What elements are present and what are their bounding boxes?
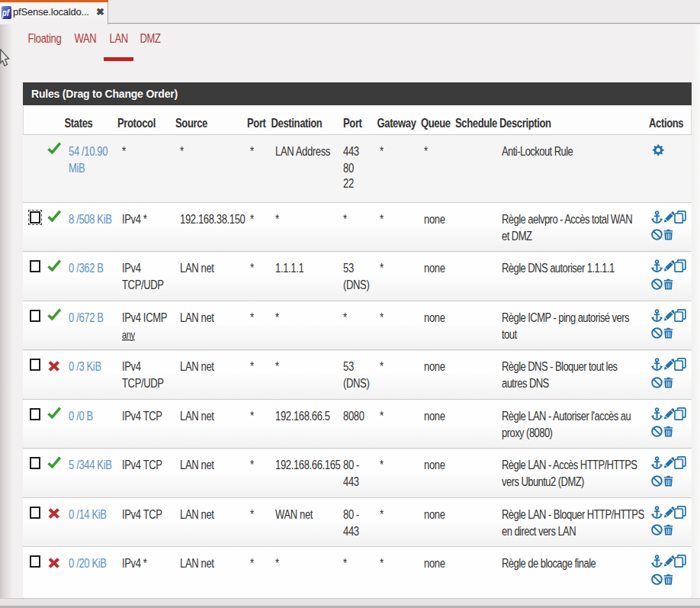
svg-text:pf: pf [2,8,10,18]
